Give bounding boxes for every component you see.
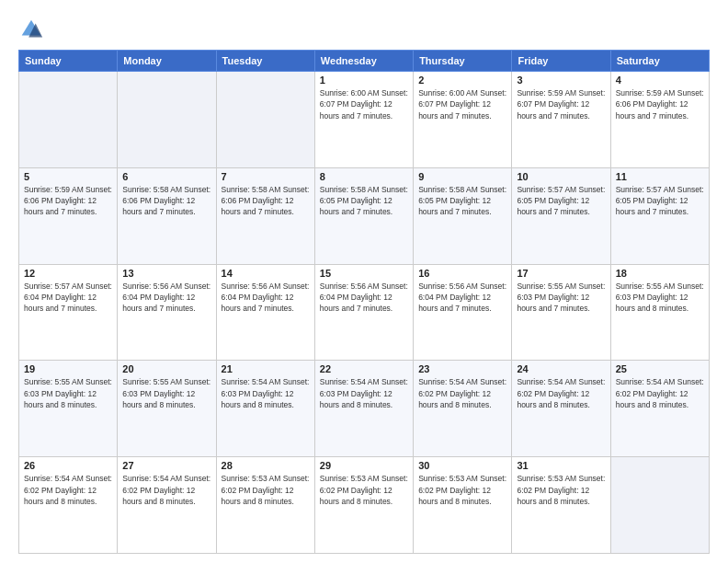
calendar-cell: 22Sunrise: 5:54 AM Sunset: 6:03 PM Dayli… [314, 361, 413, 457]
calendar-day-header: Tuesday [216, 51, 314, 72]
day-number: 12 [24, 268, 112, 279]
calendar-cell: 5Sunrise: 5:59 AM Sunset: 6:06 PM Daylig… [19, 167, 118, 264]
calendar-cell: 15Sunrise: 5:56 AM Sunset: 6:04 PM Dayli… [314, 264, 413, 361]
calendar-day-header: Monday [118, 51, 216, 72]
calendar-cell: 7Sunrise: 5:58 AM Sunset: 6:06 PM Daylig… [216, 167, 314, 264]
cell-content: Sunrise: 5:54 AM Sunset: 6:02 PM Dayligh… [24, 473, 112, 507]
day-number: 28 [222, 460, 310, 471]
calendar-cell: 9Sunrise: 5:58 AM Sunset: 6:05 PM Daylig… [414, 167, 512, 264]
calendar-day-header: Wednesday [314, 51, 413, 72]
day-number: 21 [222, 363, 310, 374]
header [18, 17, 710, 42]
cell-content: Sunrise: 5:55 AM Sunset: 6:03 PM Dayligh… [24, 376, 112, 410]
calendar-cell: 12Sunrise: 5:57 AM Sunset: 6:04 PM Dayli… [19, 264, 118, 361]
day-number: 4 [616, 75, 704, 86]
cell-content: Sunrise: 5:54 AM Sunset: 6:02 PM Dayligh… [418, 376, 506, 410]
cell-content: Sunrise: 5:54 AM Sunset: 6:03 PM Dayligh… [222, 376, 310, 410]
calendar-cell: 2Sunrise: 6:00 AM Sunset: 6:07 PM Daylig… [414, 72, 512, 168]
calendar-cell [216, 72, 314, 168]
logo [18, 17, 48, 42]
day-number: 27 [122, 460, 210, 471]
cell-content: Sunrise: 5:53 AM Sunset: 6:02 PM Dayligh… [517, 473, 605, 507]
cell-content: Sunrise: 5:59 AM Sunset: 6:07 PM Dayligh… [517, 87, 605, 121]
day-number: 8 [320, 171, 408, 182]
cell-content: Sunrise: 5:58 AM Sunset: 6:05 PM Dayligh… [320, 184, 408, 218]
cell-content: Sunrise: 5:58 AM Sunset: 6:06 PM Dayligh… [222, 184, 310, 218]
calendar-week-row: 26Sunrise: 5:54 AM Sunset: 6:02 PM Dayli… [19, 457, 710, 554]
calendar-week-row: 5Sunrise: 5:59 AM Sunset: 6:06 PM Daylig… [19, 167, 710, 264]
cell-content: Sunrise: 5:58 AM Sunset: 6:05 PM Dayligh… [418, 184, 506, 218]
day-number: 23 [418, 363, 506, 374]
calendar-cell: 28Sunrise: 5:53 AM Sunset: 6:02 PM Dayli… [216, 457, 314, 554]
calendar-cell: 20Sunrise: 5:55 AM Sunset: 6:03 PM Dayli… [118, 361, 216, 457]
cell-content: Sunrise: 5:53 AM Sunset: 6:02 PM Dayligh… [222, 473, 310, 507]
calendar-cell: 18Sunrise: 5:55 AM Sunset: 6:03 PM Dayli… [610, 264, 709, 361]
day-number: 31 [517, 460, 605, 471]
calendar-cell: 24Sunrise: 5:54 AM Sunset: 6:02 PM Dayli… [512, 361, 610, 457]
cell-content: Sunrise: 5:57 AM Sunset: 6:04 PM Dayligh… [24, 281, 112, 315]
calendar-cell: 30Sunrise: 5:53 AM Sunset: 6:02 PM Dayli… [414, 457, 512, 554]
cell-content: Sunrise: 5:54 AM Sunset: 6:02 PM Dayligh… [517, 376, 605, 410]
calendar-cell: 21Sunrise: 5:54 AM Sunset: 6:03 PM Dayli… [216, 361, 314, 457]
cell-content: Sunrise: 5:58 AM Sunset: 6:06 PM Dayligh… [122, 184, 210, 218]
calendar-day-header: Sunday [19, 51, 118, 72]
day-number: 26 [24, 460, 112, 471]
logo-icon [18, 17, 44, 42]
day-number: 19 [24, 363, 112, 374]
calendar-cell: 26Sunrise: 5:54 AM Sunset: 6:02 PM Dayli… [19, 457, 118, 554]
cell-content: Sunrise: 5:53 AM Sunset: 6:02 PM Dayligh… [320, 473, 408, 507]
cell-content: Sunrise: 6:00 AM Sunset: 6:07 PM Dayligh… [320, 87, 408, 121]
day-number: 22 [320, 363, 408, 374]
cell-content: Sunrise: 5:59 AM Sunset: 6:06 PM Dayligh… [24, 184, 112, 218]
cell-content: Sunrise: 5:57 AM Sunset: 6:05 PM Dayligh… [616, 184, 704, 218]
cell-content: Sunrise: 5:56 AM Sunset: 6:04 PM Dayligh… [320, 281, 408, 315]
calendar-cell: 3Sunrise: 5:59 AM Sunset: 6:07 PM Daylig… [512, 72, 610, 168]
day-number: 1 [320, 75, 408, 86]
day-number: 18 [616, 268, 704, 279]
calendar-table: SundayMondayTuesdayWednesdayThursdayFrid… [18, 50, 710, 554]
calendar-cell [610, 457, 709, 554]
calendar-cell: 11Sunrise: 5:57 AM Sunset: 6:05 PM Dayli… [610, 167, 709, 264]
calendar-week-row: 1Sunrise: 6:00 AM Sunset: 6:07 PM Daylig… [19, 72, 710, 168]
calendar-cell: 17Sunrise: 5:55 AM Sunset: 6:03 PM Dayli… [512, 264, 610, 361]
cell-content: Sunrise: 5:56 AM Sunset: 6:04 PM Dayligh… [418, 281, 506, 315]
day-number: 13 [122, 268, 210, 279]
day-number: 17 [517, 268, 605, 279]
day-number: 7 [222, 171, 310, 182]
day-number: 16 [418, 268, 506, 279]
day-number: 20 [122, 363, 210, 374]
calendar-cell [19, 72, 118, 168]
calendar-cell: 29Sunrise: 5:53 AM Sunset: 6:02 PM Dayli… [314, 457, 413, 554]
calendar-cell: 25Sunrise: 5:54 AM Sunset: 6:02 PM Dayli… [610, 361, 709, 457]
calendar-cell: 14Sunrise: 5:56 AM Sunset: 6:04 PM Dayli… [216, 264, 314, 361]
day-number: 6 [122, 171, 210, 182]
calendar-week-row: 19Sunrise: 5:55 AM Sunset: 6:03 PM Dayli… [19, 361, 710, 457]
calendar-cell: 8Sunrise: 5:58 AM Sunset: 6:05 PM Daylig… [314, 167, 413, 264]
calendar-cell: 13Sunrise: 5:56 AM Sunset: 6:04 PM Dayli… [118, 264, 216, 361]
cell-content: Sunrise: 6:00 AM Sunset: 6:07 PM Dayligh… [418, 87, 506, 121]
day-number: 25 [616, 363, 704, 374]
day-number: 9 [418, 171, 506, 182]
cell-content: Sunrise: 5:53 AM Sunset: 6:02 PM Dayligh… [418, 473, 506, 507]
calendar-cell: 27Sunrise: 5:54 AM Sunset: 6:02 PM Dayli… [118, 457, 216, 554]
day-number: 30 [418, 460, 506, 471]
calendar-cell: 23Sunrise: 5:54 AM Sunset: 6:02 PM Dayli… [414, 361, 512, 457]
cell-content: Sunrise: 5:57 AM Sunset: 6:05 PM Dayligh… [517, 184, 605, 218]
day-number: 3 [517, 75, 605, 86]
day-number: 29 [320, 460, 408, 471]
cell-content: Sunrise: 5:59 AM Sunset: 6:06 PM Dayligh… [616, 87, 704, 121]
calendar-day-header: Thursday [414, 51, 512, 72]
day-number: 10 [517, 171, 605, 182]
day-number: 15 [320, 268, 408, 279]
day-number: 2 [418, 75, 506, 86]
cell-content: Sunrise: 5:54 AM Sunset: 6:02 PM Dayligh… [122, 473, 210, 507]
calendar-day-header: Friday [512, 51, 610, 72]
page: SundayMondayTuesdayWednesdayThursdayFrid… [0, 0, 728, 563]
cell-content: Sunrise: 5:55 AM Sunset: 6:03 PM Dayligh… [517, 281, 605, 315]
day-number: 14 [222, 268, 310, 279]
cell-content: Sunrise: 5:55 AM Sunset: 6:03 PM Dayligh… [122, 376, 210, 410]
cell-content: Sunrise: 5:55 AM Sunset: 6:03 PM Dayligh… [616, 281, 704, 315]
day-number: 24 [517, 363, 605, 374]
calendar-day-header: Saturday [610, 51, 709, 72]
cell-content: Sunrise: 5:56 AM Sunset: 6:04 PM Dayligh… [222, 281, 310, 315]
